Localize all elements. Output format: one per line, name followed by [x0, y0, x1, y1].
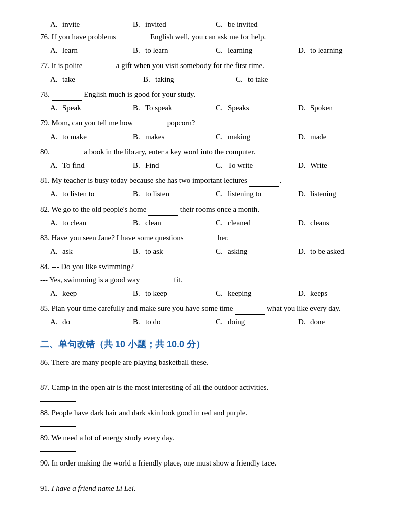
q80-text: 80. a book in the library, enter a key w…	[40, 146, 381, 158]
sentence-88: 88. People have dark hair and dark skin …	[40, 407, 381, 419]
q84-opt-b: B. to keep	[133, 287, 216, 299]
q81-opt-d: D. listening	[298, 188, 381, 200]
s86-number: 86.	[40, 358, 51, 366]
q76-number: 76. If you have problems	[40, 33, 118, 41]
q76-opt-a: A. learn	[50, 44, 133, 56]
q82-opt-d: D. cleans	[298, 217, 381, 229]
q82-opt-b: B. clean	[133, 217, 216, 229]
question-78: 78. English much is good for your study.…	[40, 88, 381, 114]
q77-options: A. take B. taking C. to take	[50, 73, 381, 85]
option-c-label: C.	[216, 20, 225, 29]
q80-opt-d: D. Write	[298, 159, 381, 171]
s88-number: 88.	[40, 409, 52, 417]
q76-text: 76. If you have problems English well, y…	[40, 31, 381, 43]
q81-period: .	[279, 176, 281, 184]
s91-text: I have a friend name Li Lei.	[52, 484, 136, 492]
q81-opt-c: C. listening to	[216, 188, 298, 200]
q78-opt-a: A. Speak	[50, 102, 133, 114]
q77-number: 77. It is polite	[40, 61, 84, 70]
q79-text: 79. Mom, can you tell me how popcorn?	[40, 117, 381, 129]
q83-rest: her.	[216, 234, 229, 242]
q77-opt-b: B. taking	[143, 73, 236, 85]
q77-opt-a: A. take	[50, 73, 143, 85]
q78-text: 78. English much is good for your study.	[40, 88, 381, 101]
q83-opt-a: A. ask	[50, 245, 133, 257]
q79-number: 79. Mom, can you tell me how	[40, 119, 135, 127]
q79-opt-b: B. makes	[133, 130, 216, 143]
q76-opt-d: D. to learning	[298, 44, 381, 56]
q82-number: 82. We go to the old people's home	[40, 205, 148, 213]
q82-blank	[148, 203, 178, 216]
q83-opt-c: C. asking	[216, 245, 298, 257]
q85-opt-b: B. to do	[133, 316, 216, 328]
s86-answer-line	[40, 369, 76, 376]
q77-blank	[84, 59, 114, 72]
q80-blank	[52, 146, 82, 158]
q85-opt-a: A. do	[50, 316, 133, 328]
q84-rest: fit.	[172, 276, 182, 284]
q82-options: A. to clean B. clean C. cleaned D. clean…	[50, 217, 381, 229]
q85-blank	[235, 302, 265, 315]
option-c-text: be invited	[228, 20, 298, 29]
q79-opt-c: C. making	[216, 130, 298, 143]
question-76: 76. If you have problems English well, y…	[40, 31, 381, 56]
q76-rest: English well, you can ask me for help.	[148, 33, 266, 41]
q80-opt-c: C. To write	[216, 159, 298, 171]
sentence-86: 86. There are many people are playing ba…	[40, 356, 381, 368]
option-b: B. invited	[133, 20, 216, 29]
q82-opt-a: A. to clean	[50, 217, 133, 229]
s91-answer-line	[40, 495, 76, 502]
q78-opt-b: B. To speak	[133, 102, 216, 114]
option-b-text: invited	[145, 20, 216, 29]
q82-text: 82. We go to the old people's home their…	[40, 203, 381, 216]
q78-opt-d: D. Spoken	[298, 102, 381, 114]
s87-text: Camp in the open air is the most interes…	[52, 383, 269, 391]
q81-number: 81. My teacher is busy today because she…	[40, 176, 249, 184]
q80-options: A. To find B. Find C. To write D. Write	[50, 159, 381, 171]
option-c: C. be invited	[216, 20, 298, 29]
q78-blank	[52, 88, 82, 101]
option-b-label: B.	[133, 20, 142, 29]
s88-text: People have dark hair and dark skin look…	[52, 409, 248, 417]
sentence-90: 90. In order making the world a friendly…	[40, 457, 381, 469]
q85-opt-c: C. doing	[216, 316, 298, 328]
q80-number: 80.	[40, 148, 52, 156]
q79-options: A. to make B. makes C. making D. made	[50, 130, 381, 143]
q83-options: A. ask B. to ask C. asking D. to be aske…	[50, 245, 381, 257]
option-a-text: invite	[62, 20, 133, 29]
question-84: 84. --- Do you like swimming? --- Yes, s…	[40, 260, 381, 299]
q81-opt-a: A. to listen to	[50, 188, 133, 200]
q85-opt-d: D. done	[298, 316, 381, 328]
option-a: A. invite	[50, 20, 133, 29]
q84-blank	[142, 274, 172, 286]
sentence-89: 89. We need a lot of energy study every …	[40, 432, 381, 444]
q76-blank	[118, 31, 148, 43]
q84-opt-c: C. keeping	[216, 287, 298, 299]
q83-opt-b: B. to ask	[133, 245, 216, 257]
q79-opt-a: A. to make	[50, 130, 133, 143]
s91-number: 91.	[40, 484, 52, 492]
s86-text: There are many people are playing basket…	[51, 358, 209, 366]
q82-opt-c: C. cleaned	[216, 217, 298, 229]
q84-line2: --- Yes, swimming is a good way fit.	[40, 274, 381, 286]
s88-answer-line	[40, 420, 76, 427]
q85-options: A. do B. to do C. doing D. done	[50, 316, 381, 328]
q79-blank	[135, 117, 165, 129]
q76-options: A. learn B. to learn C. learning D. to l…	[50, 44, 381, 56]
question-77: 77. It is polite a gift when you visit s…	[40, 59, 381, 85]
q84-line1: 84. --- Do you like swimming?	[40, 260, 381, 273]
q80-rest: a book in the library, enter a key word …	[82, 148, 256, 156]
question-80: 80. a book in the library, enter a key w…	[40, 146, 381, 171]
q85-text: 85. Plan your time carefully and make su…	[40, 302, 381, 315]
question-81: 81. My teacher is busy today because she…	[40, 174, 381, 200]
q81-blank	[249, 174, 279, 187]
q84-options: A. keep B. to keep C. keeping D. keeps	[50, 287, 381, 299]
option-a-label: A.	[50, 20, 59, 29]
q77-rest: a gift when you visit somebody for the f…	[114, 61, 264, 70]
q75-options-row: A. invite B. invited C. be invited	[50, 20, 381, 29]
q81-opt-b: B. to listen	[133, 188, 216, 200]
q76-opt-c: C. learning	[216, 44, 298, 56]
q80-opt-b: B. Find	[133, 159, 216, 171]
q79-rest: popcorn?	[165, 119, 195, 127]
q78-options: A. Speak B. To speak C. Speaks D. Spoken	[50, 102, 381, 114]
